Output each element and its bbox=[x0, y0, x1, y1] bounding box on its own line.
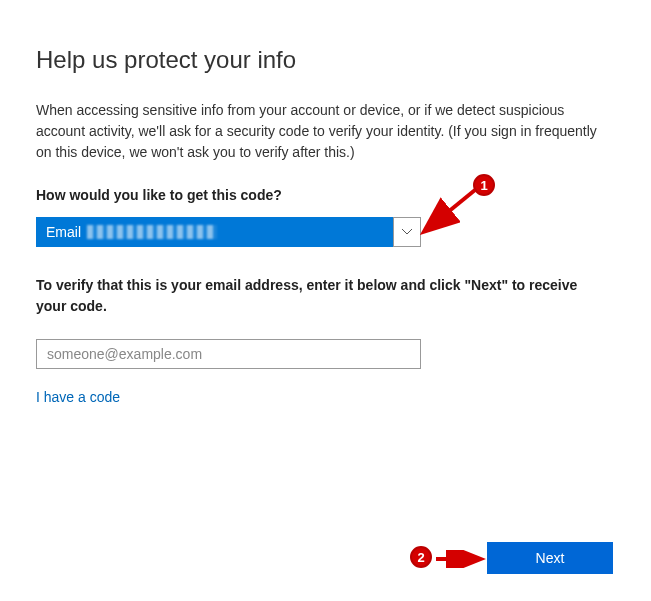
chevron-down-icon[interactable] bbox=[393, 217, 421, 247]
dropdown-selected-masked-email bbox=[87, 225, 217, 239]
verify-instruction: To verify that this is your email addres… bbox=[36, 275, 606, 317]
have-code-link[interactable]: I have a code bbox=[36, 389, 120, 405]
annotation-arrow-1 bbox=[420, 186, 482, 238]
page-title: Help us protect your info bbox=[36, 46, 615, 74]
next-button[interactable]: Next bbox=[487, 542, 613, 574]
annotation-arrow-2 bbox=[434, 550, 486, 568]
annotation-badge-1: 1 bbox=[473, 174, 495, 196]
annotation-badge-2: 2 bbox=[410, 546, 432, 568]
code-method-label: How would you like to get this code? bbox=[36, 187, 615, 203]
code-method-dropdown[interactable]: Email bbox=[36, 217, 421, 247]
svg-line-1 bbox=[426, 190, 475, 230]
dropdown-selected: Email bbox=[36, 217, 393, 247]
description-text: When accessing sensitive info from your … bbox=[36, 100, 615, 163]
email-field[interactable] bbox=[36, 339, 421, 369]
dropdown-selected-prefix: Email bbox=[46, 224, 81, 240]
dialog-panel: Help us protect your info When accessing… bbox=[0, 0, 651, 406]
